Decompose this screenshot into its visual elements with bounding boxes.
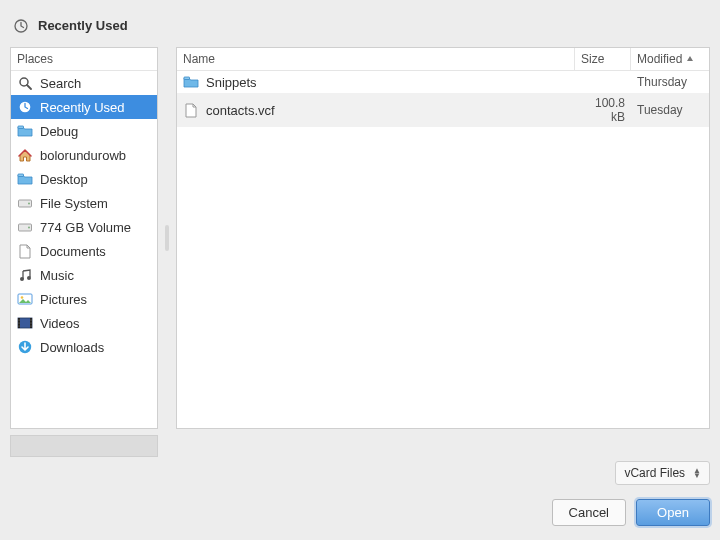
sidebar-item-label: 774 GB Volume	[40, 220, 131, 235]
file-type-filter-label: vCard Files	[624, 466, 685, 480]
file-modified-cell: Thursday	[631, 72, 709, 92]
sidebar-item-documents[interactable]: Documents	[11, 239, 157, 263]
column-header-size[interactable]: Size	[575, 48, 631, 70]
file-pane: Name Size Modified SnippetsThursdayconta…	[176, 47, 710, 429]
places-sidebar: Places SearchRecently UsedDebugbolorundu…	[10, 47, 158, 429]
svg-rect-15	[18, 318, 32, 328]
sidebar-item-label: Search	[40, 76, 81, 91]
home-icon	[17, 147, 33, 163]
svg-point-7	[28, 203, 30, 205]
doc-icon	[183, 102, 199, 118]
svg-point-11	[27, 276, 31, 280]
bookmark-drop-slot[interactable]	[10, 435, 158, 457]
divider-grip-icon	[165, 225, 169, 251]
sidebar-item-label: Downloads	[40, 340, 104, 355]
svg-point-19	[19, 323, 20, 324]
svg-point-21	[31, 320, 32, 321]
sidebar-item-bolorundurowb[interactable]: bolorundurowb	[11, 143, 157, 167]
file-name-cell: contacts.vcf	[177, 99, 575, 121]
svg-rect-25	[184, 77, 190, 80]
svg-line-2	[27, 85, 31, 89]
file-type-filter[interactable]: vCard Files ▲▼	[615, 461, 710, 485]
svg-rect-4	[18, 126, 24, 129]
folder-icon	[17, 123, 33, 139]
sidebar-item-label: Videos	[40, 316, 80, 331]
file-column-headers: Name Size Modified	[177, 48, 709, 71]
svg-point-14	[21, 296, 24, 299]
sidebar-item-downloads[interactable]: Downloads	[11, 335, 157, 359]
open-button[interactable]: Open	[636, 499, 710, 526]
sidebar-item-label: Documents	[40, 244, 106, 259]
sort-ascending-icon	[686, 55, 694, 63]
sidebar-item-videos[interactable]: Videos	[11, 311, 157, 335]
sidebar-item-label: bolorundurowb	[40, 148, 126, 163]
sidebar-item-label: File System	[40, 196, 108, 211]
sidebar-item-recently-used[interactable]: Recently Used	[11, 95, 157, 119]
sidebar-item-desktop[interactable]: Desktop	[11, 167, 157, 191]
file-name-label: contacts.vcf	[206, 103, 275, 118]
column-header-modified-label: Modified	[637, 52, 682, 66]
download-icon	[17, 339, 33, 355]
pictures-icon	[17, 291, 33, 307]
sidebar-item-debug[interactable]: Debug	[11, 119, 157, 143]
sidebar-item-label: Music	[40, 268, 74, 283]
folder-icon	[17, 171, 33, 187]
clock-icon	[14, 19, 28, 33]
music-icon	[17, 267, 33, 283]
sidebar-item-search[interactable]: Search	[11, 71, 157, 95]
sidebar-item-label: Debug	[40, 124, 78, 139]
dialog-buttons: Cancel Open	[10, 499, 710, 526]
folder-icon	[183, 74, 199, 90]
file-size-cell: 100.8 kB	[575, 93, 631, 127]
file-name-label: Snippets	[206, 75, 257, 90]
column-header-modified[interactable]: Modified	[631, 48, 709, 70]
spinner-icon: ▲▼	[693, 468, 701, 478]
dialog-header: Recently Used	[10, 10, 710, 47]
file-list: SnippetsThursdaycontacts.vcf100.8 kBTues…	[177, 71, 709, 428]
filter-row: vCard Files ▲▼	[10, 461, 710, 485]
svg-point-18	[19, 320, 20, 321]
sidebar-item-774-gb-volume[interactable]: 774 GB Volume	[11, 215, 157, 239]
clock-icon	[17, 99, 33, 115]
sidebar-item-label: Desktop	[40, 172, 88, 187]
svg-point-22	[31, 323, 32, 324]
dialog-title: Recently Used	[38, 18, 128, 33]
svg-rect-5	[18, 174, 24, 177]
sidebar-item-label: Pictures	[40, 292, 87, 307]
sidebar-item-pictures[interactable]: Pictures	[11, 287, 157, 311]
file-open-dialog: Recently Used Places SearchRecently Used…	[0, 0, 720, 540]
doc-icon	[17, 243, 33, 259]
main-area: Places SearchRecently UsedDebugbolorundu…	[10, 47, 710, 429]
svg-point-20	[19, 326, 20, 327]
sidebar-item-label: Recently Used	[40, 100, 125, 115]
places-header: Places	[11, 48, 157, 71]
file-row[interactable]: SnippetsThursday	[177, 71, 709, 93]
search-icon	[17, 75, 33, 91]
sidebar-footer-row	[10, 435, 710, 457]
sidebar-item-file-system[interactable]: File System	[11, 191, 157, 215]
pane-divider[interactable]	[164, 47, 170, 429]
drive-icon	[17, 195, 33, 211]
sidebar-item-music[interactable]: Music	[11, 263, 157, 287]
column-header-name[interactable]: Name	[177, 48, 575, 70]
drive-icon	[17, 219, 33, 235]
file-size-cell	[575, 79, 631, 85]
places-list: SearchRecently UsedDebugbolorundurowbDes…	[11, 71, 157, 428]
video-icon	[17, 315, 33, 331]
svg-point-9	[28, 227, 30, 229]
svg-point-23	[31, 326, 32, 327]
file-row[interactable]: contacts.vcf100.8 kBTuesday	[177, 93, 709, 127]
file-name-cell: Snippets	[177, 71, 575, 93]
cancel-button[interactable]: Cancel	[552, 499, 626, 526]
file-modified-cell: Tuesday	[631, 100, 709, 120]
